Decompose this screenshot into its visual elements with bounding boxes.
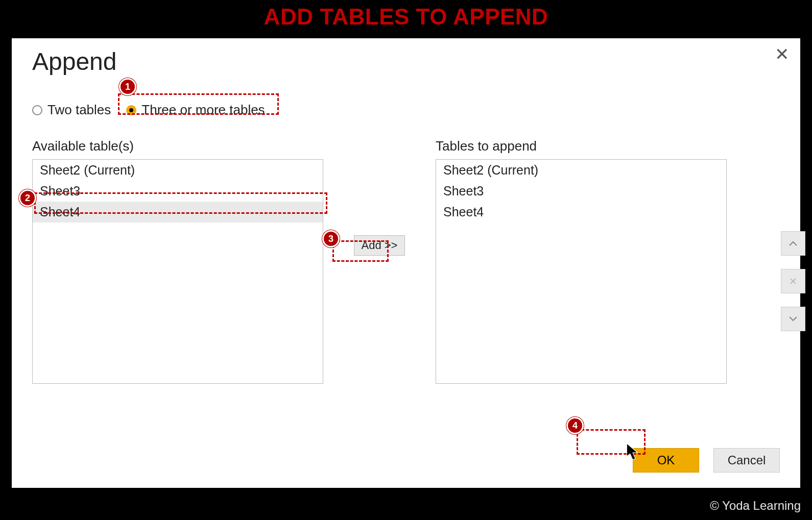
radio-icon bbox=[126, 105, 136, 115]
x-small-icon bbox=[790, 278, 797, 285]
mid-column: Add >> bbox=[323, 138, 436, 256]
list-item[interactable]: Sheet4 bbox=[33, 202, 323, 222]
columns: Available table(s) Sheet2 (Current) Shee… bbox=[32, 138, 780, 384]
cursor-icon bbox=[625, 442, 642, 462]
add-button[interactable]: Add >> bbox=[354, 235, 405, 256]
radio-label: Three or more tables bbox=[141, 102, 265, 118]
list-item[interactable]: Sheet4 bbox=[436, 202, 726, 222]
dialog-footer: OK Cancel bbox=[633, 448, 780, 473]
radio-label: Two tables bbox=[47, 102, 111, 118]
copyright-text: © Yoda Learning bbox=[710, 499, 801, 513]
append-listbox[interactable]: Sheet2 (Current) Sheet3 Sheet4 bbox=[436, 159, 727, 384]
list-item[interactable]: Sheet3 bbox=[436, 181, 726, 202]
chevron-up-icon bbox=[789, 240, 798, 246]
list-item[interactable]: Sheet2 (Current) bbox=[436, 160, 726, 181]
available-listbox[interactable]: Sheet2 (Current) Sheet3 Sheet4 bbox=[32, 159, 323, 384]
append-label: Tables to append bbox=[436, 138, 727, 154]
move-down-button[interactable] bbox=[781, 307, 805, 331]
callout-4: 4 bbox=[566, 417, 584, 434]
available-column: Available table(s) Sheet2 (Current) Shee… bbox=[32, 138, 323, 384]
close-icon[interactable]: ✕ bbox=[775, 45, 789, 63]
chevron-down-icon bbox=[789, 316, 798, 322]
ok-button[interactable]: OK bbox=[633, 448, 699, 473]
radio-three-or-more[interactable]: Three or more tables bbox=[126, 102, 265, 118]
append-column: Tables to append Sheet2 (Current) Sheet3… bbox=[436, 138, 727, 384]
callout-3: 3 bbox=[322, 230, 340, 247]
list-item[interactable]: Sheet2 (Current) bbox=[33, 160, 323, 181]
radio-icon bbox=[32, 105, 42, 115]
remove-button[interactable] bbox=[781, 269, 805, 293]
available-label: Available table(s) bbox=[32, 138, 323, 154]
cancel-button[interactable]: Cancel bbox=[713, 448, 780, 473]
tutorial-banner: ADD TABLES TO APPEND bbox=[0, 0, 812, 35]
dialog-title: Append bbox=[32, 47, 780, 76]
append-dialog: ✕ Append Two tables Three or more tables… bbox=[12, 38, 800, 488]
callout-1: 1 bbox=[119, 78, 136, 95]
dialog-frame: ✕ Append Two tables Three or more tables… bbox=[10, 37, 802, 489]
move-up-button[interactable] bbox=[781, 231, 805, 256]
list-item[interactable]: Sheet3 bbox=[33, 181, 323, 202]
radio-group: Two tables Three or more tables bbox=[32, 102, 780, 118]
callout-2: 2 bbox=[19, 189, 36, 207]
reorder-buttons bbox=[781, 231, 805, 331]
radio-two-tables[interactable]: Two tables bbox=[32, 102, 111, 118]
